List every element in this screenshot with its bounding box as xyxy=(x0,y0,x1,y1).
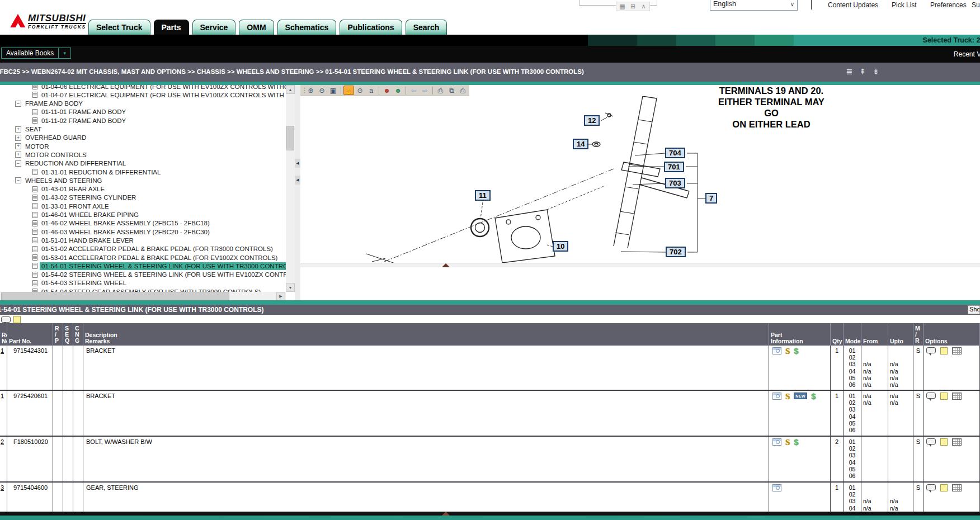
collapse-left-icon[interactable]: ◀ xyxy=(295,176,300,185)
callout-7[interactable]: 7 xyxy=(705,193,717,204)
tree-item[interactable]: +SEAT xyxy=(0,125,43,134)
dropdown-arrow-icon[interactable]: ▼ xyxy=(59,48,71,59)
ref-link[interactable]: 1 xyxy=(1,393,4,399)
callout-704[interactable]: 704 xyxy=(665,148,685,158)
tree-item[interactable]: 01-51-01 HAND BRAKE LEVER xyxy=(0,236,135,244)
tree-item[interactable]: 01-31-01 REDUCTION & DIFFERENTIAL xyxy=(0,168,162,176)
tree-item[interactable]: 01-46-03 WHEEL BRAKE ASSEMBLY (2FBC20 - … xyxy=(0,228,211,236)
tree-item[interactable]: −WHEELS AND STEERING xyxy=(0,176,103,185)
notes-filter-icon[interactable] xyxy=(13,316,21,323)
tree-item[interactable]: 01-51-02 ACCELERATOR PEDAL & BRAKE PEDAL… xyxy=(0,245,275,253)
scrollbar-thumb[interactable] xyxy=(1,292,229,300)
next-sheet-icon[interactable]: ⇨ xyxy=(420,86,430,95)
callout-12[interactable]: 12 xyxy=(584,115,600,126)
note-icon[interactable] xyxy=(940,438,948,446)
note-icon[interactable] xyxy=(940,347,948,354)
parts-diagram[interactable] xyxy=(300,96,980,263)
tree-item[interactable]: 01-54-03 STEERING WHEEL xyxy=(0,279,128,287)
tree-item[interactable]: −FRAME AND BODY xyxy=(0,100,84,108)
tree-item[interactable]: 01-46-02 WHEEL BRAKE ASSEMBLY (2FBC15 - … xyxy=(0,219,211,228)
scroll-down-icon[interactable]: ▼ xyxy=(286,283,295,292)
expand-icon[interactable]: + xyxy=(15,143,21,149)
tree-vertical-scrollbar[interactable]: ▲ ▼ xyxy=(286,85,295,292)
tree-item[interactable]: −REDUCTION AND DIFFERENTIAL xyxy=(0,159,128,168)
text-select-icon[interactable]: a xyxy=(366,86,376,95)
tab-search[interactable]: Search xyxy=(406,20,447,35)
tab-schematics[interactable]: Schematics xyxy=(277,20,337,35)
tree-horizontal-scrollbar[interactable]: ▶ xyxy=(0,292,286,301)
collapse-icon[interactable]: − xyxy=(15,177,21,183)
tree-item[interactable]: 01-33-01 FRONT AXLE xyxy=(0,202,111,210)
tree-item[interactable]: +MOTOR CONTROLS xyxy=(0,150,88,159)
zoom-window-icon[interactable]: ⊙ xyxy=(355,86,365,95)
price-icon[interactable]: $ xyxy=(794,347,798,355)
comment-icon[interactable] xyxy=(926,393,936,399)
panel-splitter[interactable]: ◀ ◀ xyxy=(295,85,300,300)
callout-11[interactable]: 11 xyxy=(475,190,491,201)
callout-702[interactable]: 702 xyxy=(666,247,686,257)
ref-link[interactable]: 1 xyxy=(1,347,4,354)
new-part-badge[interactable]: NEW xyxy=(794,393,807,399)
tree-item[interactable]: +OVERHEAD GUARD xyxy=(0,134,88,142)
tree-item[interactable]: 01-54-04 STEER GEAR ASSEMBLY (FOR USE WI… xyxy=(0,287,262,292)
zoom-out-page-icon[interactable]: ⊖ xyxy=(317,86,327,95)
price-icon[interactable]: $ xyxy=(794,438,798,446)
note-icon[interactable] xyxy=(940,484,948,491)
part-preview-icon[interactable] xyxy=(772,393,781,400)
tree-item[interactable]: 01-46-01 WHEEL BRAKE PIPING xyxy=(0,211,140,219)
note-icon[interactable] xyxy=(940,393,948,400)
tree-item[interactable]: 01-04-06 ELECTRICAL EQUIPMENT (FOR USE W… xyxy=(0,85,295,91)
collapse-icon[interactable]: ∧ xyxy=(639,3,648,10)
table-view-icon[interactable] xyxy=(952,393,962,400)
superseded-icon[interactable]: S xyxy=(785,347,790,355)
tree-item[interactable]: 01-54-02 STEERING WHEEL & STEERING LINK … xyxy=(0,271,295,279)
collapse-left-icon[interactable]: ◀ xyxy=(295,159,300,168)
callout-701[interactable]: 701 xyxy=(664,162,684,172)
scroll-up-icon[interactable]: ▲ xyxy=(286,85,295,94)
hotspots-on-icon[interactable]: ☻ xyxy=(393,86,403,95)
export-window-icon[interactable]: ⧉ xyxy=(446,86,457,95)
fit-page-icon[interactable]: ▣ xyxy=(328,86,338,95)
price-icon[interactable]: $ xyxy=(811,393,816,400)
tree-item[interactable]: 01-43-01 REAR AXLE xyxy=(0,185,106,193)
tree-item[interactable]: 01-43-02 STEERING CYLINDER xyxy=(0,193,138,202)
recent-views-link[interactable]: Recent Views xyxy=(954,50,980,58)
comment-icon[interactable] xyxy=(926,438,936,445)
callout-703[interactable]: 703 xyxy=(665,178,685,188)
comments-filter-icon[interactable] xyxy=(1,316,11,323)
part-preview-icon[interactable] xyxy=(772,438,781,446)
pan-tool-icon[interactable]: ☝ xyxy=(343,86,354,95)
part-preview-icon[interactable] xyxy=(772,484,781,491)
tree-item[interactable]: +MOTOR xyxy=(0,142,51,150)
callout-10[interactable]: 10 xyxy=(553,241,568,252)
link-support[interactable]: Support xyxy=(972,1,980,9)
tab-parts[interactable]: Parts xyxy=(154,20,189,35)
available-books-button[interactable]: Available Books ▼ xyxy=(1,48,71,59)
tree-item[interactable]: 01-54-01 STEERING WHEEL & STEERING LINK … xyxy=(0,262,295,270)
language-select[interactable]: English ∨ xyxy=(710,0,798,11)
link-preferences[interactable]: Preferences xyxy=(930,1,967,9)
table-view-icon[interactable] xyxy=(952,484,962,491)
tab-select-truck[interactable]: Select Truck xyxy=(88,20,150,35)
print-icon[interactable]: ⎙ xyxy=(435,86,446,95)
expand-icon[interactable]: ⊞ xyxy=(629,3,637,10)
collapse-icon[interactable]: − xyxy=(15,101,21,107)
expand-icon[interactable]: + xyxy=(15,126,21,133)
comment-icon[interactable] xyxy=(926,484,936,490)
collapse-icon[interactable]: − xyxy=(15,160,21,167)
tab-omm[interactable]: OMM xyxy=(239,20,274,35)
ref-link[interactable]: 2 xyxy=(1,438,4,445)
part-preview-icon[interactable] xyxy=(772,347,781,354)
hotspots-off-icon[interactable]: ☻ xyxy=(381,86,392,95)
table-view-icon[interactable] xyxy=(952,347,962,354)
page-down-icon[interactable]: ⇟ xyxy=(873,67,879,76)
tab-service[interactable]: Service xyxy=(192,20,236,35)
previous-sheet-icon[interactable]: ⇦ xyxy=(408,86,419,95)
zoom-in-page-icon[interactable]: ⊕ xyxy=(305,86,316,95)
callout-14[interactable]: 14 xyxy=(573,139,588,149)
grid-icon[interactable]: ▦ xyxy=(618,3,626,10)
ref-link[interactable]: 3 xyxy=(1,484,4,491)
collapse-up-icon[interactable] xyxy=(442,263,450,267)
tab-publications[interactable]: Publications xyxy=(340,20,402,35)
tree-item[interactable]: 01-04-07 ELECTRICAL EQUIPMENT (FOR USE W… xyxy=(0,91,295,99)
